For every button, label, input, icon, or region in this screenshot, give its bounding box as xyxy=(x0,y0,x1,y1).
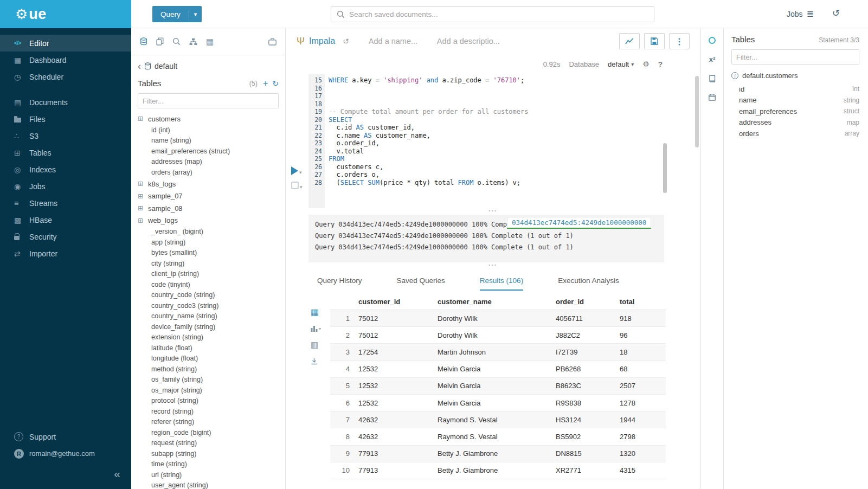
assist-column[interactable]: os_major (string) xyxy=(138,385,279,396)
sidebar-item-s3[interactable]: ∴S3 xyxy=(0,127,131,144)
jobs-button[interactable]: Jobs ≣ xyxy=(787,9,814,19)
assist-column[interactable]: longitude (float) xyxy=(138,353,279,364)
assist-column[interactable]: user_agent (string) xyxy=(138,480,279,489)
results-column-header[interactable]: total xyxy=(620,298,666,306)
results-row[interactable]: 977913Betty J. GiambroneDN88151320 xyxy=(330,446,666,462)
resize-handle[interactable]: ⋯ xyxy=(286,262,700,269)
assist-column[interactable]: app (string) xyxy=(138,237,279,248)
assist-column[interactable]: country_code3 (string) xyxy=(138,301,279,312)
results-row[interactable]: 275012Dorothy WilkJ882C296 xyxy=(330,327,666,344)
assist-column[interactable]: name (string) xyxy=(138,136,279,146)
schema-column[interactable]: namestring xyxy=(731,95,859,106)
assist-column[interactable]: bytes (smallint) xyxy=(138,248,279,259)
tab-query-history[interactable]: Query History xyxy=(317,276,362,291)
results-column-header[interactable]: order_id xyxy=(556,298,620,306)
breadcrumb[interactable]: ‹ default xyxy=(138,62,279,70)
chart-view-icon[interactable]: ▾ xyxy=(311,325,330,332)
right-filter-input[interactable] xyxy=(731,49,859,65)
sidebar-item-indexes[interactable]: ◎Indexes xyxy=(0,161,131,178)
assist-table-k8s-logs[interactable]: ⊞k8s_logs xyxy=(138,178,279,190)
sidebar-item-importer[interactable]: ⇄Importer xyxy=(0,245,131,262)
assistant-icon[interactable] xyxy=(709,37,716,44)
breadcrumb-database-name[interactable]: default xyxy=(155,62,177,70)
sidebar-item-documents[interactable]: ▤Documents xyxy=(0,94,131,111)
assist-column[interactable]: subapp (string) xyxy=(138,449,279,460)
assist-column[interactable]: request (string) xyxy=(138,438,279,449)
active-table-row[interactable]: i default.customers xyxy=(731,72,859,80)
apps-grid-icon[interactable]: ▦ xyxy=(206,37,214,47)
sitemap-icon[interactable] xyxy=(189,38,197,46)
code-editor[interactable]: ▾ ▾ 1516171819202122232425262728 WHERE a… xyxy=(286,74,700,208)
assist-column[interactable]: city (string) xyxy=(138,259,279,269)
tab-results-106[interactable]: Results (106) xyxy=(480,276,523,291)
sidebar-item-streams[interactable]: ≡Streams xyxy=(0,195,131,211)
query-id-selection[interactable]: 034d413ec7474ed5:4249de1000000000 xyxy=(507,217,651,229)
more-actions-button[interactable]: ⋮ xyxy=(669,33,690,49)
sidebar-item-files[interactable]: Files xyxy=(0,111,131,127)
results-column-header[interactable]: customer_id xyxy=(358,298,438,306)
schema-column[interactable]: ordersarray xyxy=(731,128,859,139)
language-docs-icon[interactable] xyxy=(709,75,716,82)
sidebar-item-user[interactable]: R romain@gethue.com xyxy=(0,445,131,462)
assist-column[interactable]: extension (string) xyxy=(138,332,279,343)
assist-column[interactable]: protocol (string) xyxy=(138,396,279,407)
assist-column[interactable]: device_family (string) xyxy=(138,322,279,333)
execute-button[interactable]: ▾ xyxy=(291,166,303,175)
results-row[interactable]: 742632Raymond S. VestalHS31241944 xyxy=(330,411,666,428)
results-row[interactable]: 1077913Betty J. GiambroneXR27714315 xyxy=(330,462,666,479)
tab-execution-analysis[interactable]: Execution Analysis xyxy=(558,276,619,291)
sidebar-collapse-button[interactable]: « xyxy=(114,467,120,480)
engine-name[interactable]: Impala xyxy=(309,36,335,46)
results-row[interactable]: 175012Dorothy Wilk4056711918 xyxy=(330,310,666,327)
schema-column[interactable]: addressesmap xyxy=(731,117,859,128)
sidebar-item-hbase[interactable]: ▩HBase xyxy=(0,211,131,228)
assist-column[interactable]: country_code (string) xyxy=(138,290,279,301)
assist-column[interactable]: os_family (string) xyxy=(138,375,279,385)
assist-column[interactable]: method (string) xyxy=(138,364,279,375)
columns-view-icon[interactable]: ▥ xyxy=(311,340,330,350)
assist-column[interactable]: id (int) xyxy=(138,125,279,136)
database-select[interactable]: default ▾ xyxy=(608,60,634,68)
sidebar-item-editor[interactable]: </>Editor xyxy=(0,35,131,52)
assist-column[interactable]: region_code (bigint) xyxy=(138,428,279,439)
assist-table-sample-08[interactable]: ⊞sample_08 xyxy=(138,202,279,215)
results-row[interactable]: 612532Melvin GarciaR9S8381278 xyxy=(330,395,666,411)
results-row[interactable]: 842632Raymond S. VestalBS59022798 xyxy=(330,428,666,445)
sidebar-item-scheduler[interactable]: ◷Scheduler xyxy=(0,68,131,85)
chart-button[interactable] xyxy=(619,33,640,49)
editor-scrollbar[interactable] xyxy=(695,76,699,147)
assist-column[interactable]: latitude (float) xyxy=(138,343,279,354)
chevron-left-icon[interactable]: ‹ xyxy=(138,63,141,69)
search-bar[interactable] xyxy=(331,6,654,22)
search-zoom-icon[interactable] xyxy=(172,37,181,46)
grid-view-icon[interactable]: ▦ xyxy=(311,307,330,317)
tab-saved-queries[interactable]: Saved Queries xyxy=(397,276,445,291)
functions-icon[interactable]: x² xyxy=(709,55,716,63)
global-history-icon[interactable]: ↺ xyxy=(832,8,840,19)
download-icon[interactable] xyxy=(311,358,330,365)
code-lines[interactable]: WHERE a.key = 'shipping' and a.zip_code … xyxy=(325,74,700,208)
search-input[interactable] xyxy=(349,10,648,18)
settings-gear-icon[interactable]: ⚙ xyxy=(642,60,650,68)
hue-logo[interactable]: ⚙ ue xyxy=(0,0,131,28)
query-name-input[interactable] xyxy=(369,37,423,46)
save-button[interactable] xyxy=(644,33,665,49)
help-icon[interactable]: ? xyxy=(658,60,663,68)
assist-table-web-logs[interactable]: ⊞web_logs xyxy=(138,215,279,227)
databases-icon[interactable] xyxy=(140,37,147,46)
assist-column[interactable]: addresses (map) xyxy=(138,157,279,168)
assist-table-customers[interactable]: ⊞customers xyxy=(138,113,279,125)
assist-table-sample-07[interactable]: ⊞sample_07 xyxy=(138,190,279,203)
sidebar-item-security[interactable]: Security xyxy=(0,228,131,245)
briefcase-icon[interactable] xyxy=(268,38,277,46)
snippet-settings-button[interactable]: ▾ xyxy=(291,181,303,190)
schema-column[interactable]: email_preferencesstruct xyxy=(731,106,859,117)
resize-handle[interactable]: ⋯ xyxy=(286,208,700,215)
assist-column[interactable]: url (string) xyxy=(138,470,279,481)
assist-column[interactable]: code (tinyint) xyxy=(138,280,279,291)
query-history-icon[interactable]: ↺ xyxy=(343,37,349,46)
query-description-input[interactable] xyxy=(437,37,505,46)
assist-column[interactable]: time (string) xyxy=(138,459,279,470)
results-row[interactable]: 512532Melvin GarciaB8623C2507 xyxy=(330,378,666,395)
assist-column[interactable]: referer (string) xyxy=(138,417,279,428)
